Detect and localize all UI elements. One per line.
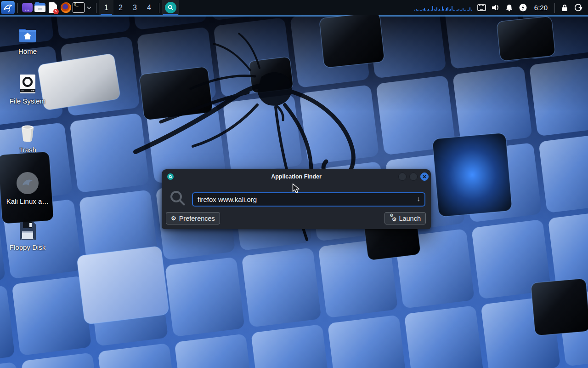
firefox-icon (61, 2, 71, 13)
hard-drive-icon (18, 74, 37, 95)
launcher-file-manager[interactable] (34, 0, 46, 15)
lock-screen-button[interactable] (558, 0, 571, 15)
desktop-icon-label: Floppy Disk (10, 243, 45, 251)
notifications-tray-button[interactable] (503, 0, 516, 15)
dialog-title: Application Finder (162, 169, 431, 184)
kali-document-icon (16, 171, 40, 195)
search-input[interactable] (193, 196, 424, 203)
panel-separator (96, 3, 96, 13)
launcher-app-window[interactable] (21, 0, 34, 15)
network-tray-button[interactable] (475, 0, 489, 15)
workspace-3[interactable]: 3 (128, 0, 142, 15)
preferences-button[interactable]: ⚙ Preferences (166, 212, 220, 224)
volume-icon (492, 4, 500, 11)
clock[interactable]: 6:20 (530, 4, 552, 12)
workspace-1[interactable]: 1 (99, 0, 113, 15)
volume-tray-button[interactable] (489, 0, 503, 15)
desktop-icon-kali-linux-doc[interactable]: Kali Linux a… (6, 171, 50, 205)
floppy-disk-icon (18, 221, 37, 241)
file-manager-icon (34, 3, 45, 12)
gear-icon: ⚙ (171, 215, 176, 221)
search-icon (169, 190, 187, 207)
desktop-icon-trash[interactable]: Trash (6, 122, 50, 154)
desktop-icon-label: Trash (19, 146, 36, 154)
application-finder-window: Application Finder ✕ ↓ ⚙ Preferences Lau… (162, 169, 431, 229)
application-finder-icon (165, 2, 176, 13)
close-button[interactable]: ✕ (420, 172, 429, 181)
launcher-firefox[interactable] (59, 0, 72, 15)
terminal-icon (73, 2, 85, 13)
launch-button[interactable]: Launch (384, 212, 426, 224)
audio-visualizer (414, 5, 472, 11)
text-editor-icon: ✎ (49, 2, 57, 13)
panel-separator (159, 3, 159, 13)
launcher-text-editor[interactable]: ✎ (46, 0, 59, 15)
logout-icon (575, 4, 582, 12)
kali-logo-icon (2, 2, 13, 13)
edit-badge-icon: ✎ (53, 9, 59, 14)
launcher-dropdown-button[interactable] (85, 0, 93, 15)
workspace-4[interactable]: 4 (142, 0, 156, 15)
desktop-icon-label: Home (18, 47, 37, 55)
trash-can-icon (17, 122, 38, 144)
dialog-titlebar[interactable]: Application Finder ✕ (162, 169, 431, 184)
maximize-button[interactable] (409, 172, 418, 181)
desktop-icon-label: File System (10, 97, 45, 105)
bell-icon (506, 4, 513, 12)
search-box: ↓ (192, 192, 425, 207)
app-window-icon (22, 3, 33, 12)
applications-menu-button[interactable] (1, 1, 15, 14)
preferences-button-label: Preferences (179, 215, 215, 222)
panel-separator (554, 3, 555, 13)
launch-button-label: Launch (399, 215, 421, 222)
dropdown-arrow-icon[interactable]: ↓ (417, 195, 421, 202)
desktop-screen: ✎ 1 2 3 4 (0, 0, 588, 368)
desktop-icon-file-system[interactable]: File System (6, 74, 50, 105)
panel-separator (17, 3, 18, 13)
run-gears-icon (390, 215, 396, 222)
desktop-icon-label: Kali Linux a… (6, 197, 49, 205)
logout-button[interactable] (571, 0, 585, 15)
power-manager-tray-button[interactable] (516, 0, 530, 15)
minimize-button[interactable] (398, 172, 407, 181)
top-panel: ✎ 1 2 3 4 (0, 0, 588, 15)
lock-icon (561, 4, 568, 12)
chevron-down-icon (87, 6, 91, 9)
home-folder-icon (17, 26, 38, 45)
workspace-2[interactable]: 2 (113, 0, 128, 15)
desktop-icon-floppy-disk[interactable]: Floppy Disk (6, 221, 50, 251)
launcher-terminal[interactable] (72, 0, 85, 15)
desktop-icon-home[interactable]: Home (6, 26, 50, 55)
network-icon (477, 4, 486, 11)
taskbar-application-finder[interactable] (162, 0, 179, 15)
power-battery-icon (519, 4, 527, 12)
